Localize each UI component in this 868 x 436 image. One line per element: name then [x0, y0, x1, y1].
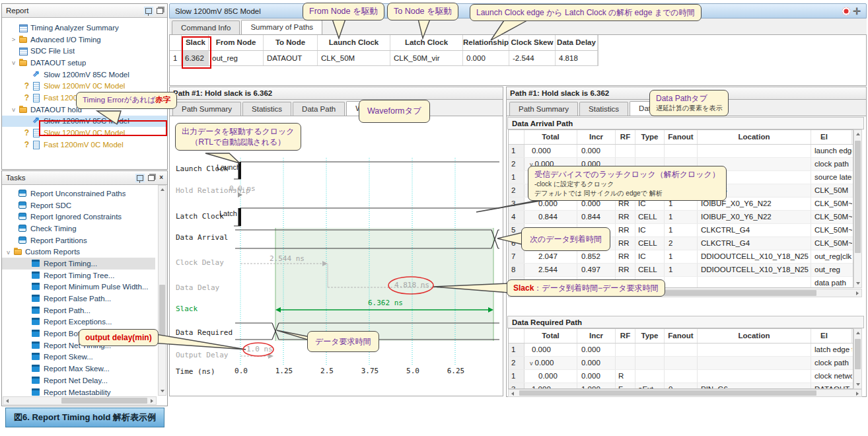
- table-row[interactable]: 4 0.844 0.844 RR CELL 1 IOIBUF_X0_Y6_N22…: [509, 211, 853, 224]
- table-row[interactable]: 8 2.544 0.497 RR CELL 1 DDIOOUTCELL_X10_…: [509, 264, 853, 277]
- table-row[interactable]: 1 0.000 0.000 R clock network: [509, 370, 853, 383]
- tab[interactable]: Statistics: [242, 102, 291, 116]
- column-header[interactable]: Launch Clock: [318, 35, 390, 50]
- task-item[interactable]: Report SDC: [2, 200, 155, 211]
- task-item[interactable]: v Custom Reports: [2, 246, 155, 258]
- column-header[interactable]: Data Delay: [556, 35, 598, 50]
- scroll-up-icon[interactable]: [856, 332, 860, 334]
- scroll-right-icon[interactable]: [151, 399, 153, 403]
- task-item[interactable]: Report Unconstrained Paths: [2, 188, 155, 200]
- scroll-right-icon[interactable]: [856, 291, 859, 295]
- table-row[interactable]: 2 v0.000 0.000 clock path: [509, 357, 853, 370]
- float-icon[interactable]: [157, 8, 163, 14]
- task-item[interactable]: Report Net Delay...: [2, 375, 155, 386]
- column-header[interactable]: From Node: [209, 35, 264, 50]
- scroll-down-icon[interactable]: [856, 383, 860, 386]
- task-item[interactable]: Report False Path...: [2, 293, 155, 305]
- tab[interactable]: Path Summary: [172, 102, 241, 116]
- scroll-left-icon[interactable]: [511, 392, 514, 396]
- table-row[interactable]: 1 6.362 out_reg DATAOUT CLK_50M CLK_50M_…: [170, 51, 598, 65]
- tree-item[interactable]: > Advanced I/O Timing: [2, 34, 167, 46]
- task-item[interactable]: Report Ignored Constraints: [2, 211, 155, 223]
- tree-expander-icon[interactable]: ?: [22, 128, 32, 137]
- scrollbar-thumb[interactable]: [61, 398, 147, 404]
- scroll-down-icon[interactable]: [856, 282, 860, 285]
- tab[interactable]: Data Path: [293, 102, 345, 116]
- tree-item[interactable]: ? Fast 1200mV 0C Model: [2, 139, 167, 151]
- column-header[interactable]: RF: [616, 329, 635, 343]
- table-row[interactable]: 7 2.047 0.852 RR IC 1 DDIOOUTCELL_X10_Y1…: [509, 250, 853, 264]
- tree-item[interactable]: SDC File List: [2, 45, 167, 57]
- tab[interactable]: Summary of Paths: [241, 20, 322, 34]
- float-icon[interactable]: [148, 175, 155, 181]
- column-header[interactable]: Fanout: [665, 130, 698, 144]
- task-item[interactable]: Report Exceptions...: [2, 316, 155, 328]
- table-row[interactable]: 1 0.000 0.000 launch edge ti: [509, 145, 853, 158]
- pin-icon[interactable]: [145, 8, 152, 14]
- tasks-vertical-scrollbar[interactable]: [158, 185, 166, 396]
- tree-expander-icon[interactable]: ?: [22, 93, 32, 102]
- record-target-icon[interactable]: [842, 7, 850, 15]
- pin-icon[interactable]: [137, 175, 143, 181]
- tab[interactable]: Statistics: [579, 102, 628, 116]
- tree-item[interactable]: v DATAOUT setup: [2, 57, 167, 69]
- scroll-right-icon[interactable]: [856, 392, 859, 396]
- required-horizontal-scrollbar[interactable]: [508, 389, 862, 397]
- arrival-vertical-scrollbar[interactable]: [853, 129, 862, 288]
- column-header[interactable]: Clock Skew: [509, 35, 556, 50]
- tree-expander-icon[interactable]: ?: [22, 81, 32, 91]
- column-header[interactable]: Fanout: [665, 329, 698, 343]
- task-item[interactable]: Report Partitions: [2, 235, 155, 246]
- section-title: Data Arrival Path: [512, 120, 573, 127]
- close-icon[interactable]: ×: [159, 175, 163, 180]
- column-header[interactable]: [509, 130, 524, 144]
- column-header[interactable]: To Node: [264, 35, 318, 50]
- column-header[interactable]: Incr: [577, 130, 616, 144]
- tree-expander-icon[interactable]: v: [9, 106, 18, 113]
- column-header[interactable]: Type: [635, 130, 665, 144]
- tree-expander-icon[interactable]: ?: [22, 140, 32, 149]
- column-header[interactable]: Total: [524, 130, 577, 144]
- table-row[interactable]: 1 0.000 0.000 latch edge tim: [509, 344, 853, 357]
- task-item[interactable]: Report Max Skew...: [2, 363, 155, 375]
- column-header[interactable]: El: [811, 329, 852, 343]
- scrollbar-thumb[interactable]: [519, 390, 816, 396]
- tree-expander-icon[interactable]: >: [9, 36, 18, 43]
- tasks-horizontal-scrollbar[interactable]: [3, 396, 157, 405]
- task-item[interactable]: Report Skew...: [2, 351, 155, 363]
- scroll-left-icon[interactable]: [6, 399, 9, 403]
- scrollbar-thumb[interactable]: [855, 141, 861, 253]
- tab[interactable]: Command Info: [172, 20, 240, 34]
- add-window-icon[interactable]: ✛: [853, 7, 861, 15]
- table-row[interactable]: 3 1.000 1.000 F oExt 0 PIN_G6 DATAOUT: [509, 383, 853, 389]
- scroll-up-icon[interactable]: [856, 133, 860, 135]
- column-header[interactable]: Location: [698, 329, 811, 343]
- column-header[interactable]: Incr: [577, 329, 616, 343]
- task-item[interactable]: Report Timing Tree...: [2, 270, 155, 281]
- tree-expander-icon[interactable]: v: [9, 59, 18, 66]
- tab[interactable]: Path Summary: [509, 102, 578, 116]
- task-item[interactable]: Report Timing...: [2, 258, 155, 270]
- scrollbar-thumb[interactable]: [159, 285, 165, 339]
- scrollbar-thumb[interactable]: [855, 339, 861, 369]
- tree-expander-icon[interactable]: v: [3, 248, 13, 256]
- task-item[interactable]: Check Timing: [2, 223, 155, 235]
- task-item[interactable]: Report Path...: [2, 305, 155, 316]
- column-header[interactable]: Type: [635, 329, 665, 343]
- column-header[interactable]: Location: [698, 130, 811, 144]
- expand-icon[interactable]: v: [530, 360, 533, 367]
- scroll-down-icon[interactable]: [161, 390, 164, 392]
- column-header[interactable]: RF: [616, 130, 635, 144]
- tree-item[interactable]: Slow 1200mV 85C Model: [2, 69, 167, 81]
- scroll-up-icon[interactable]: [161, 188, 164, 191]
- column-header[interactable]: Relationship: [463, 35, 509, 50]
- column-header[interactable]: El: [811, 130, 852, 144]
- required-vertical-scrollbar[interactable]: [853, 328, 862, 389]
- tree-item[interactable]: Timing Analyzer Summary: [2, 22, 167, 34]
- column-header[interactable]: [170, 35, 182, 50]
- column-header[interactable]: Latch Clock: [390, 35, 463, 50]
- tree-item[interactable]: ? Slow 1200mV 0C Model: [2, 80, 167, 92]
- column-header[interactable]: [509, 329, 524, 343]
- task-item[interactable]: Report Minimum Pulse Width...: [2, 281, 155, 293]
- column-header[interactable]: Total: [524, 329, 577, 343]
